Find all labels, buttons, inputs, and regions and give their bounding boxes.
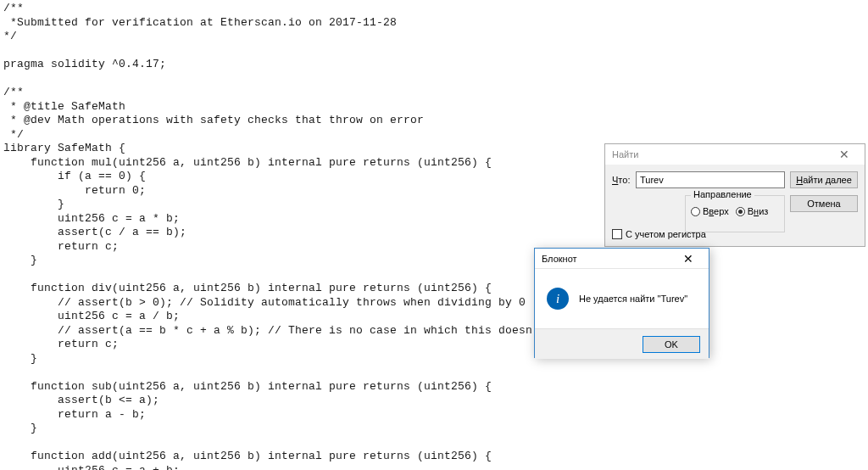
msgbox-titlebar[interactable]: Блокнот ✕ — [535, 249, 709, 269]
close-icon[interactable]: ✕ — [671, 253, 705, 265]
find-dialog: Найти ✕ Что: Найти далее Отмена Направле… — [604, 143, 865, 247]
ok-button[interactable]: OK — [643, 336, 700, 353]
msgbox-text: Не удается найти "Turev" — [579, 294, 687, 304]
case-checkbox[interactable]: С учетом регистра — [612, 229, 706, 239]
cancel-button[interactable]: Отмена — [790, 195, 858, 212]
msgbox-title: Блокнот — [542, 254, 671, 264]
info-icon: i — [547, 288, 569, 310]
find-input[interactable] — [636, 171, 785, 188]
find-what-label: Что: — [612, 175, 636, 185]
radio-down[interactable]: Вниз — [736, 206, 769, 216]
find-next-button[interactable]: Найти далее — [790, 171, 858, 188]
direction-legend: Направление — [691, 189, 754, 199]
find-title: Найти — [612, 149, 827, 159]
close-icon[interactable]: ✕ — [827, 148, 861, 160]
case-label: С учетом регистра — [626, 229, 706, 239]
find-titlebar[interactable]: Найти ✕ — [605, 144, 865, 165]
message-box: Блокнот ✕ i Не удается найти "Turev" OK — [534, 248, 709, 358]
radio-up[interactable]: Вверх — [691, 206, 729, 216]
direction-group: Направление Вверх Вниз — [685, 195, 785, 232]
